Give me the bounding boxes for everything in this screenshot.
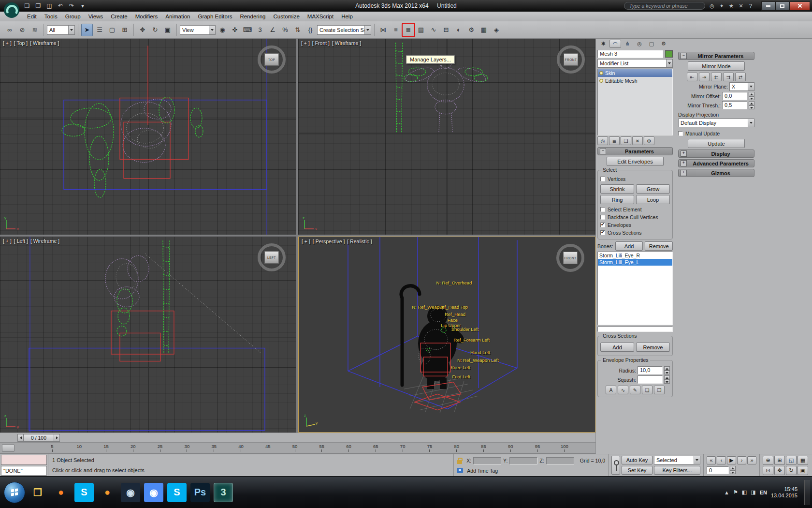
save-file-icon[interactable]: ◫ xyxy=(44,1,54,10)
menu-item[interactable]: Tools xyxy=(41,13,61,20)
make-unique-icon[interactable]: ❏ xyxy=(621,136,631,145)
align-icon[interactable]: ≡ xyxy=(390,24,402,36)
bones-filter-field[interactable] xyxy=(597,327,673,332)
use-pivot-point-icon[interactable]: ◉ xyxy=(217,24,228,36)
viewport-left[interactable]: [ + ] [ Left ] [ Wireframe ] LEFT z xyxy=(0,237,296,433)
remove-bones-button[interactable]: Remove xyxy=(645,241,673,251)
angle-snap-icon[interactable]: ∠ xyxy=(267,24,278,36)
visibility-bulb-icon[interactable] xyxy=(599,71,603,75)
mirror-thresh-spinner[interactable] xyxy=(749,101,754,109)
viewport-shading-menu[interactable]: [ Wireframe ] xyxy=(30,40,59,46)
menu-item[interactable]: Edit xyxy=(23,13,41,20)
configure-modifier-sets-icon[interactable]: ⚙ xyxy=(644,136,654,145)
zoom-extents-icon[interactable]: ◱ xyxy=(786,456,797,465)
listener-pane[interactable]: "DONE" xyxy=(1,466,47,476)
unlink-selection-icon[interactable]: ⊘ xyxy=(16,24,28,36)
parameters-rollout-header[interactable]: Parameters xyxy=(597,147,673,155)
rollout-header[interactable]: Gizmos xyxy=(678,169,754,177)
viewcube-face[interactable]: LEFT xyxy=(264,251,279,264)
viewcube[interactable]: TOP xyxy=(258,45,286,74)
backface-cull-checkbox[interactable]: Backface Cull Vertices xyxy=(600,213,670,221)
viewport-pov-menu[interactable]: [ Left ] xyxy=(14,238,28,244)
select-and-manipulate-icon[interactable]: ✜ xyxy=(229,24,241,36)
tab-utilities[interactable]: ⚙ xyxy=(658,40,669,48)
bone-list-item[interactable]: Storm_Lili_Eye_R xyxy=(598,252,672,259)
add-bones-button[interactable]: Add xyxy=(615,241,643,251)
grow-button[interactable]: Grow xyxy=(636,184,670,194)
play-icon[interactable]: ▶ xyxy=(727,456,736,464)
remove-modifier-icon[interactable]: ✕ xyxy=(632,136,643,145)
object-color-swatch[interactable] xyxy=(665,50,673,58)
mirror-mode-button[interactable]: Mirror Mode xyxy=(688,61,745,71)
viewport-general-menu[interactable]: [ + ] xyxy=(3,238,12,244)
next-frame-icon[interactable]: › xyxy=(737,456,746,464)
key-filters-button[interactable]: Key Filters... xyxy=(654,466,700,475)
visibility-bulb-icon[interactable] xyxy=(599,79,603,83)
tab-create[interactable]: ✱ xyxy=(597,40,609,48)
previous-frame-arrow-icon[interactable] xyxy=(17,434,24,442)
orbit-icon[interactable]: ↻ xyxy=(786,466,797,475)
zoom-all-icon[interactable]: ⊞ xyxy=(774,456,785,465)
communicator-icon[interactable] xyxy=(457,468,463,473)
modifier-stack-item[interactable]: Skin xyxy=(598,69,672,77)
paint-weights-icon[interactable]: ✎ xyxy=(630,386,640,394)
taskbar-3dsmax[interactable]: 3 xyxy=(214,483,233,502)
zoom-icon[interactable]: ⊕ xyxy=(763,456,773,465)
search-icon[interactable]: ◎ xyxy=(708,2,716,10)
rollout-header[interactable]: Display xyxy=(678,149,754,158)
paste-envelope-icon[interactable]: ❐ xyxy=(654,386,665,394)
select-by-name-icon[interactable]: ☰ xyxy=(94,24,105,36)
set-keys-icon[interactable] xyxy=(611,456,620,475)
x-coordinate-field[interactable] xyxy=(473,457,501,464)
menu-item[interactable]: Views xyxy=(85,13,107,20)
menu-item[interactable]: Help xyxy=(337,13,357,20)
minimize-button[interactable] xyxy=(761,1,775,11)
select-object-icon[interactable]: ➤ xyxy=(81,24,93,36)
remove-cross-section-button[interactable]: Remove xyxy=(636,343,670,352)
taskbar-steam[interactable]: ◉ xyxy=(121,483,140,502)
radius-field[interactable]: 10,0 xyxy=(638,366,663,374)
paste-green-to-blue-bones-icon[interactable]: ⇇ xyxy=(711,73,722,81)
set-key-button[interactable]: Set Key xyxy=(622,466,652,475)
bone-label[interactable]: N: Ref_Weapon Left xyxy=(457,358,499,363)
frame-spinner[interactable] xyxy=(730,466,736,474)
shrink-button[interactable]: Shrink xyxy=(600,184,634,194)
tray-action-center-icon[interactable]: ⚑ xyxy=(733,489,738,495)
3ds-max-logo[interactable] xyxy=(3,1,20,19)
viewport-pov-menu[interactable]: [ Front ] xyxy=(312,40,330,46)
bone-list-item[interactable]: Storm_Lili_Eye_L xyxy=(598,259,672,266)
subscription-center-icon[interactable]: ✦ xyxy=(717,2,726,10)
radius-spinner[interactable] xyxy=(664,366,670,374)
envelopes-checkbox[interactable]: Envelopes xyxy=(600,221,670,229)
pan-icon[interactable]: ✥ xyxy=(774,466,785,475)
bone-label[interactable]: N: Ref_Overhead xyxy=(436,280,472,285)
layer-manager-icon[interactable]: ≣ xyxy=(403,24,414,36)
menu-item[interactable]: Customize xyxy=(269,13,303,20)
viewcube-face[interactable]: FRONT xyxy=(564,53,578,66)
bone-label[interactable]: Ref_Head Top xyxy=(438,304,468,310)
previous-frame-icon[interactable]: ‹ xyxy=(717,456,726,464)
go-to-start-icon[interactable]: « xyxy=(707,456,716,464)
curve-editor-icon[interactable]: ∿ xyxy=(428,24,439,36)
paste-both-icon[interactable]: ⇄ xyxy=(735,73,746,81)
menu-item[interactable]: Rendering xyxy=(236,13,269,20)
maximize-viewport-icon[interactable]: ▣ xyxy=(798,466,808,475)
favorites-icon[interactable]: ★ xyxy=(727,2,736,10)
rectangular-selection-icon[interactable]: ▢ xyxy=(106,24,118,36)
viewcube[interactable]: FRONT xyxy=(557,45,585,74)
named-selection-sets-icon[interactable]: {} xyxy=(304,24,316,36)
pin-stack-icon[interactable]: ◎ xyxy=(597,136,608,145)
modifier-stack-item[interactable]: Editable Mesh xyxy=(598,77,672,85)
viewport-shading-menu[interactable]: [ Wireframe ] xyxy=(332,40,361,46)
bone-label[interactable]: Shoulder Left xyxy=(451,327,479,332)
tab-display[interactable]: ▢ xyxy=(646,40,657,48)
next-frame-arrow-icon[interactable] xyxy=(54,434,60,442)
manual-update-checkbox[interactable]: Manual Update xyxy=(678,130,754,137)
absolute-effect-icon[interactable]: A xyxy=(606,386,616,394)
viewport-top[interactable]: [ + ] [ Top ] [ Wireframe ] TOP y x xyxy=(0,39,296,235)
start-button[interactable] xyxy=(4,482,25,503)
redo-icon[interactable]: ↷ xyxy=(67,1,76,10)
taskbar-clock[interactable]: 15:45 13.04.2015 xyxy=(771,486,800,499)
menu-item[interactable]: Group xyxy=(61,13,85,20)
tab-hierarchy[interactable]: ⋔ xyxy=(622,40,633,48)
